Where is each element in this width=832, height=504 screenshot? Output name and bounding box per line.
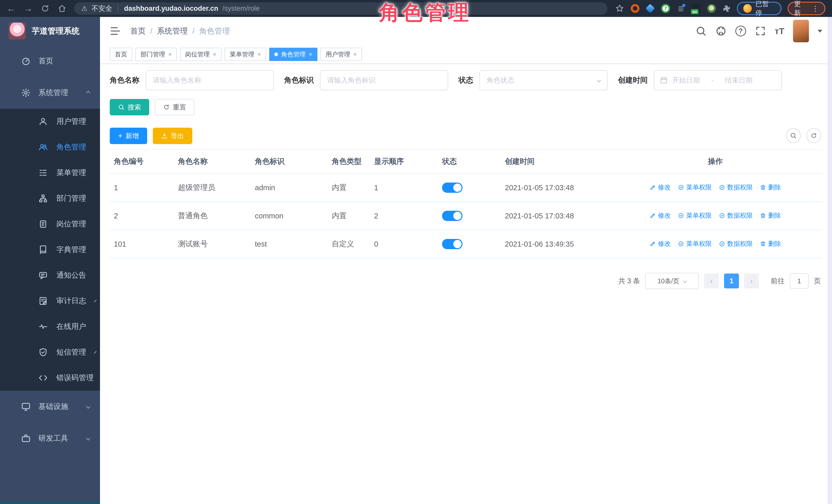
page-size-select[interactable]: 10条/页	[645, 273, 699, 289]
help-icon[interactable]: ?	[735, 26, 746, 36]
tab-角色管理[interactable]: 角色管理×	[269, 48, 317, 61]
status-toggle[interactable]	[442, 239, 463, 249]
sidebar-item-基础设施[interactable]: 基础设施	[0, 391, 100, 423]
github-icon[interactable]	[716, 25, 727, 37]
tab-close-icon[interactable]: ×	[353, 51, 357, 58]
extension-gem-icon[interactable]	[646, 4, 655, 13]
next-page-button[interactable]: ›	[744, 273, 759, 288]
status-select-placeholder: 角色状态	[487, 76, 597, 85]
status-toggle[interactable]	[442, 183, 463, 193]
tab-label: 菜单管理	[230, 50, 254, 58]
action-label: 菜单权限	[686, 211, 712, 220]
fullscreen-icon[interactable]	[755, 25, 766, 37]
add-button[interactable]: + 新增	[110, 128, 147, 144]
page-scrollbar[interactable]	[828, 17, 832, 504]
browser-update-button[interactable]: 更新 ⋮	[788, 2, 825, 15]
prev-page-button[interactable]: ‹	[704, 273, 719, 288]
extension-orange-icon[interactable]	[630, 4, 640, 13]
reset-button[interactable]: 重置	[155, 99, 194, 115]
tab-部门管理[interactable]: 部门管理×	[135, 48, 177, 61]
sidebar-item-字典管理[interactable]: 字典管理	[0, 237, 100, 263]
extension-on-icon[interactable]: on	[692, 4, 701, 13]
status-select[interactable]: 角色状态	[479, 70, 608, 90]
tab-首页[interactable]: 首页	[110, 48, 132, 61]
action-修改[interactable]: 修改	[650, 183, 671, 191]
sidebar-item-错误码管理[interactable]: 错误码管理	[0, 365, 100, 391]
sidebar-item-label: 短信管理	[56, 347, 86, 357]
user-avatar[interactable]	[793, 20, 809, 42]
search-button[interactable]: 搜索	[110, 99, 149, 115]
address-bar[interactable]: ⚠ 不安全 dashboard.yudao.iocoder.cn/system/…	[74, 2, 607, 15]
action-菜单权限[interactable]: 菜单权限	[678, 183, 712, 191]
search-icon[interactable]	[695, 25, 707, 37]
breadcrumb-item[interactable]: 首页	[130, 26, 146, 36]
sidebar-item-岗位管理[interactable]: 岗位管理	[0, 211, 100, 237]
sidebar-item-用户管理[interactable]: 用户管理	[0, 109, 100, 134]
tab-close-icon[interactable]: ×	[309, 51, 312, 58]
goto-page-input[interactable]	[790, 273, 809, 289]
browser-back-icon[interactable]: ←	[7, 4, 16, 13]
tab-label: 部门管理	[140, 50, 165, 58]
search-buttons-row: 搜索 重置	[110, 99, 822, 115]
chevron-down-icon	[94, 351, 97, 354]
app-window: 芋道管理系统 首页系统管理用户管理角色管理菜单管理部门管理岗位管理字典管理通知公…	[0, 17, 832, 504]
toggle-search-button[interactable]	[786, 128, 801, 143]
action-删除[interactable]: 删除	[760, 183, 781, 191]
dashboard-icon	[21, 56, 31, 66]
hamburger-icon[interactable]	[110, 25, 121, 37]
browser-home-icon[interactable]	[57, 4, 67, 13]
browser-forward-icon[interactable]: →	[24, 4, 33, 13]
font-size-icon[interactable]: тT	[775, 26, 784, 36]
tab-close-icon[interactable]: ×	[257, 51, 261, 58]
tab-岗位管理[interactable]: 岗位管理×	[180, 48, 222, 61]
bookmark-star-icon[interactable]	[615, 4, 624, 13]
sidebar-item-角色管理[interactable]: 角色管理	[0, 134, 100, 160]
role-sort-cell: 1	[370, 174, 438, 202]
extensions-puzzle-icon[interactable]	[722, 4, 731, 13]
breadcrumb-item[interactable]: 系统管理	[157, 26, 188, 36]
action-删除[interactable]: 删除	[760, 239, 781, 248]
action-菜单权限[interactable]: 菜单权限	[678, 239, 712, 248]
role-id-cell: 2	[110, 202, 174, 230]
avatar-caret-icon[interactable]	[817, 30, 822, 32]
action-删除[interactable]: 删除	[760, 211, 781, 220]
sidebar-item-部门管理[interactable]: 部门管理	[0, 186, 100, 211]
action-数据权限[interactable]: 数据权限	[719, 239, 753, 248]
browser-reload-icon[interactable]	[41, 4, 50, 13]
role-key-input[interactable]	[320, 70, 448, 90]
sidebar-item-通知公告[interactable]: 通知公告	[0, 263, 100, 288]
browser-menu-dots-icon[interactable]: ⋮	[812, 4, 819, 13]
sidebar-item-首页[interactable]: 首页	[0, 45, 100, 77]
extension-grid-icon[interactable]: ≣	[676, 4, 685, 13]
start-date-placeholder: 开始日期	[672, 76, 700, 85]
profile-paused-pill[interactable]: 已暂停	[737, 2, 781, 15]
sidebar-item-研发工具[interactable]: 研发工具	[0, 423, 100, 454]
tab-用户管理[interactable]: 用户管理×	[320, 48, 362, 61]
sidebar-item-系统管理[interactable]: 系统管理	[0, 77, 100, 109]
action-数据权限[interactable]: 数据权限	[719, 211, 753, 220]
logo-row[interactable]: 芋道管理系统	[0, 17, 100, 45]
sidebar-item-菜单管理[interactable]: 菜单管理	[0, 160, 100, 186]
status-toggle[interactable]	[442, 211, 463, 221]
action-修改[interactable]: 修改	[650, 211, 671, 220]
dev-tools-icon	[21, 433, 31, 443]
extension-monkey-icon[interactable]	[707, 4, 716, 13]
action-数据权限[interactable]: 数据权限	[719, 183, 753, 191]
action-label: 删除	[768, 239, 781, 248]
sidebar-item-在线用户[interactable]: 在线用户	[0, 314, 100, 339]
action-修改[interactable]: 修改	[650, 239, 671, 248]
sidebar-item-审计日志[interactable]: 审计日志	[0, 288, 100, 314]
role-name-input[interactable]	[146, 70, 274, 90]
tab-close-icon[interactable]: ×	[168, 51, 172, 58]
tab-菜单管理[interactable]: 菜单管理×	[225, 48, 266, 61]
action-菜单权限[interactable]: 菜单权限	[678, 211, 712, 220]
export-button[interactable]: 导出	[153, 128, 192, 144]
current-page-button[interactable]: 1	[724, 273, 739, 288]
tab-close-icon[interactable]: ×	[213, 51, 216, 58]
sidebar-item-短信管理[interactable]: 短信管理	[0, 339, 100, 365]
date-range-picker[interactable]: 开始日期 - 结束日期	[654, 70, 782, 90]
refresh-table-button[interactable]	[806, 128, 821, 143]
extension-seven-icon[interactable]: 7	[661, 4, 670, 13]
end-date-placeholder: 结束日期	[725, 76, 753, 85]
pagination: 共 3 条 10条/页 ‹ 1 › 前往 页	[110, 273, 822, 289]
